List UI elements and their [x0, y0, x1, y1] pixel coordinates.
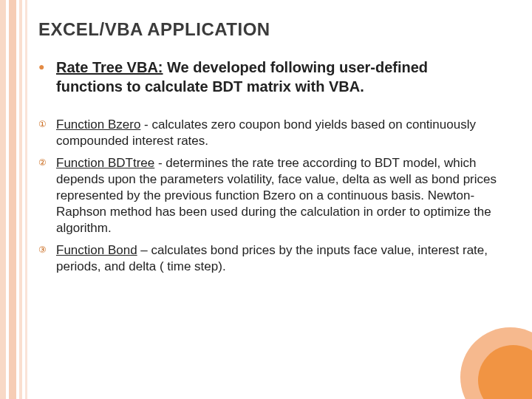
number-marker: ②	[38, 155, 56, 170]
item-text: Function Bond – calculates bond prices b…	[56, 242, 497, 275]
slide-content: ● Rate Tree VBA: We developed following …	[38, 58, 497, 281]
slide: EXCEL/VBA APPLICATION ● Rate Tree VBA: W…	[0, 0, 532, 399]
list-item: ③ Function Bond – calculates bond prices…	[38, 242, 497, 275]
item-text: Function Bzero - calculates zero coupon …	[56, 117, 497, 149]
decor-stripe	[0, 0, 6, 399]
decor-stripe	[19, 0, 22, 399]
slide-title: EXCEL/VBA APPLICATION	[38, 19, 270, 40]
decor-stripe	[25, 0, 27, 399]
number-marker: ③	[38, 242, 56, 257]
number-marker: ①	[38, 117, 56, 132]
intro-row: ● Rate Tree VBA: We developed following …	[38, 58, 497, 96]
item-lead: Function BDTtree	[56, 156, 154, 170]
list-item: ② Function BDTtree - determines the rate…	[38, 155, 497, 236]
item-lead: Function Bzero	[56, 117, 140, 132]
intro-lead: Rate Tree VBA:	[56, 59, 163, 75]
item-text: Function BDTtree - determines the rate t…	[56, 155, 497, 236]
list-item: ① Function Bzero - calculates zero coupo…	[38, 117, 497, 149]
intro-text: Rate Tree VBA: We developed following us…	[56, 58, 497, 96]
decor-stripe	[9, 0, 16, 399]
spacer	[38, 111, 497, 117]
item-lead: Function Bond	[56, 243, 137, 257]
disc-bullet-icon: ●	[38, 58, 56, 75]
